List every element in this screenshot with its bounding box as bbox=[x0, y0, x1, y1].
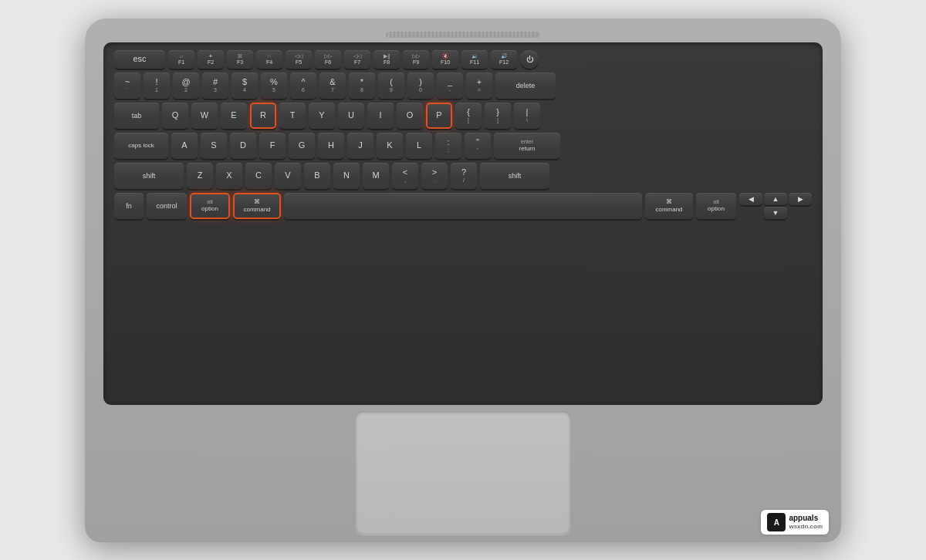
key-1[interactable]: !1 bbox=[144, 73, 170, 99]
key-option-right[interactable]: alt option bbox=[696, 193, 736, 219]
arrow-cluster: ◀ ▲ ▼ ▶ bbox=[739, 193, 812, 219]
key-j[interactable]: J bbox=[347, 133, 373, 159]
key-tab[interactable]: tab bbox=[114, 103, 159, 129]
key-delete[interactable]: delete bbox=[495, 73, 556, 99]
key-a[interactable]: A bbox=[171, 133, 198, 159]
key-6[interactable]: ^6 bbox=[290, 73, 316, 99]
key-s[interactable]: S bbox=[201, 133, 227, 159]
key-shift-right[interactable]: shift bbox=[480, 163, 549, 189]
key-option-left[interactable]: alt option bbox=[190, 193, 230, 219]
key-f7[interactable]: ◁◁F7 bbox=[344, 50, 370, 69]
key-period[interactable]: >. bbox=[421, 163, 448, 189]
key-f4[interactable]: ⁙F4 bbox=[256, 50, 282, 69]
key-4[interactable]: $4 bbox=[231, 73, 258, 99]
watermark-text: appuals wsxdn.com bbox=[789, 513, 823, 531]
key-backslash[interactable]: |\ bbox=[514, 103, 540, 129]
key-t[interactable]: T bbox=[279, 103, 306, 129]
key-shift-left[interactable]: shift bbox=[114, 163, 184, 189]
key-f9[interactable]: ▷▷F9 bbox=[403, 50, 429, 69]
key-y[interactable]: Y bbox=[309, 103, 335, 129]
key-c[interactable]: C bbox=[245, 163, 272, 189]
key-z[interactable]: Z bbox=[187, 163, 213, 189]
key-minus[interactable]: _- bbox=[437, 73, 463, 99]
key-space[interactable] bbox=[284, 193, 642, 219]
number-row: ~` !1 @2 #3 $4 %5 ^6 &7 *8 (9 )0 _- += d… bbox=[114, 73, 812, 99]
key-f8[interactable]: ▶‖F8 bbox=[373, 50, 400, 69]
key-3[interactable]: #3 bbox=[202, 73, 228, 99]
key-f2[interactable]: ✦F2 bbox=[198, 50, 224, 69]
key-comma[interactable]: <, bbox=[392, 163, 418, 189]
key-enter[interactable]: enter return bbox=[494, 133, 560, 159]
key-v[interactable]: V bbox=[275, 163, 301, 189]
key-n[interactable]: N bbox=[333, 163, 360, 189]
key-f5[interactable]: ◁◁F5 bbox=[286, 50, 312, 69]
keyboard-housing: esc ☼F1 ✦F2 ⊞F3 ⁙F4 ◁◁F5 ▷▷F6 ◁◁F7 ▶‖F8 … bbox=[103, 42, 823, 405]
key-backtick[interactable]: ~` bbox=[114, 73, 140, 99]
key-5[interactable]: %5 bbox=[261, 73, 287, 99]
key-f11[interactable]: 🔉F11 bbox=[461, 50, 488, 69]
key-0[interactable]: )0 bbox=[407, 73, 434, 99]
key-7[interactable]: &7 bbox=[319, 73, 346, 99]
key-command-right[interactable]: ⌘ command bbox=[645, 193, 693, 219]
bottom-row: fn control alt option ⌘ command ⌘ comman… bbox=[114, 193, 812, 219]
key-9[interactable]: (9 bbox=[378, 73, 404, 99]
key-d[interactable]: D bbox=[230, 133, 256, 159]
key-l[interactable]: L bbox=[406, 133, 432, 159]
key-k[interactable]: K bbox=[377, 133, 403, 159]
key-o[interactable]: O bbox=[397, 103, 423, 129]
speaker-grille bbox=[386, 32, 540, 38]
key-b[interactable]: B bbox=[304, 163, 330, 189]
key-arrow-up[interactable]: ▲ bbox=[764, 193, 787, 205]
qwerty-row: tab Q W E R T Y U I O P {[ }] |\ bbox=[114, 103, 812, 129]
key-command-left[interactable]: ⌘ command bbox=[233, 193, 281, 219]
key-semicolon[interactable]: :; bbox=[435, 133, 461, 159]
watermark-logo: A bbox=[767, 513, 786, 531]
key-8[interactable]: *8 bbox=[349, 73, 375, 99]
key-e[interactable]: E bbox=[221, 103, 247, 129]
key-x[interactable]: X bbox=[216, 163, 242, 189]
key-p[interactable]: P bbox=[426, 103, 452, 129]
key-fn[interactable]: fn bbox=[114, 193, 144, 219]
key-q[interactable]: Q bbox=[162, 103, 188, 129]
watermark: A appuals wsxdn.com bbox=[761, 510, 829, 535]
key-f[interactable]: F bbox=[259, 133, 286, 159]
trackpad-area bbox=[103, 405, 823, 535]
key-f1[interactable]: ☼F1 bbox=[168, 50, 194, 69]
zxcv-row: shift Z X C V B N M <, >. ?/ shift bbox=[114, 163, 812, 189]
key-u[interactable]: U bbox=[338, 103, 364, 129]
key-r[interactable]: R bbox=[250, 103, 276, 129]
key-arrow-right[interactable]: ▶ bbox=[789, 193, 812, 205]
key-arrow-left[interactable]: ◀ bbox=[739, 193, 762, 205]
key-bracket-left[interactable]: {[ bbox=[455, 103, 482, 129]
laptop: esc ☼F1 ✦F2 ⊞F3 ⁙F4 ◁◁F5 ▷▷F6 ◁◁F7 ▶‖F8 … bbox=[85, 18, 841, 542]
key-esc[interactable]: esc bbox=[114, 50, 165, 69]
key-2[interactable]: @2 bbox=[173, 73, 199, 99]
key-g[interactable]: G bbox=[289, 133, 315, 159]
key-control[interactable]: control bbox=[147, 193, 187, 219]
key-equals[interactable]: += bbox=[466, 73, 492, 99]
fn-row: esc ☼F1 ✦F2 ⊞F3 ⁙F4 ◁◁F5 ▷▷F6 ◁◁F7 ▶‖F8 … bbox=[114, 50, 812, 69]
key-f12[interactable]: 🔊F12 bbox=[491, 50, 517, 69]
key-h[interactable]: H bbox=[318, 133, 344, 159]
trackpad[interactable] bbox=[355, 411, 571, 535]
key-capslock[interactable]: caps lock bbox=[114, 133, 168, 159]
key-i[interactable]: I bbox=[367, 103, 394, 129]
asdf-row: caps lock A S D F G H J K L :; "' enter … bbox=[114, 133, 812, 159]
laptop-top-bar bbox=[103, 32, 823, 38]
key-m[interactable]: M bbox=[363, 163, 389, 189]
key-power[interactable]: ⏻ bbox=[520, 50, 539, 69]
key-f6[interactable]: ▷▷F6 bbox=[315, 50, 341, 69]
key-w[interactable]: W bbox=[191, 103, 218, 129]
key-f10[interactable]: 🔇F10 bbox=[432, 50, 458, 69]
key-quote[interactable]: "' bbox=[465, 133, 491, 159]
key-slash[interactable]: ?/ bbox=[451, 163, 477, 189]
key-bracket-right[interactable]: }] bbox=[485, 103, 511, 129]
key-arrow-down[interactable]: ▼ bbox=[764, 207, 787, 219]
key-f3[interactable]: ⊞F3 bbox=[227, 50, 253, 69]
